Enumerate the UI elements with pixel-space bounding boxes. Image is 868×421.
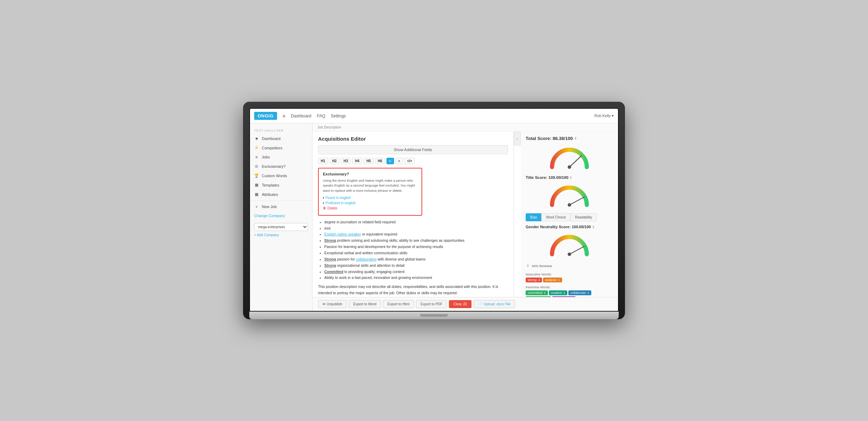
svg-line-2	[569, 197, 584, 205]
unpublish-button[interactable]: ✉ Unpublish	[318, 300, 347, 308]
suggestion-link-1[interactable]: Fluent in english	[326, 196, 351, 200]
strong-highlight-3[interactable]: Strong	[324, 263, 336, 267]
collaborating-highlight[interactable]: collaborating	[356, 257, 377, 261]
gender-indicator: ♀ 60% feminine	[526, 263, 613, 269]
toolbar-ul[interactable]: ≡	[386, 158, 394, 164]
title-score-title: Title Score: 100.00/100 ℹ	[526, 175, 613, 180]
laptop-notch	[420, 314, 448, 317]
total-score-info-icon[interactable]: ℹ	[575, 137, 576, 140]
show-additional-btn[interactable]: Show Additional Fields	[318, 145, 508, 154]
footer-para-1: This position description may not descri…	[318, 284, 508, 296]
word-tag-committed[interactable]: committed: 2	[526, 290, 548, 295]
delete-link[interactable]: Delete	[327, 206, 337, 210]
strong-highlight-2[interactable]: Strong	[324, 257, 336, 261]
sidebar-item-change-company[interactable]: Change Company	[250, 211, 312, 220]
upload-docx-button[interactable]: 📄 Upload .docx File	[474, 300, 515, 308]
editor-toolbar: H1 H2 H3 H4 H5 H6 ≡ ≡ </>	[318, 158, 508, 164]
word-tag-collaborate[interactable]: collaborate: 1	[568, 290, 591, 295]
strong-highlight-1[interactable]: Strong	[324, 238, 336, 242]
gender-percent: 60% feminine	[532, 264, 552, 268]
toolbar-h3[interactable]: H3	[341, 158, 351, 164]
laptop-screen: ONGIG ≡ Dashboard FAQ Settings Rob Kelly…	[249, 108, 619, 312]
export-word-button[interactable]: Export to Word	[349, 300, 381, 308]
sidebar-item-label: Dashboard	[262, 137, 281, 141]
toolbar-h1[interactable]: H1	[318, 158, 328, 164]
score-panel: Total Score: 86.38/100 ℹ	[521, 132, 618, 297]
english-native-highlight[interactable]: English native speaker	[324, 232, 361, 236]
company-select[interactable]: mega-enterprises	[254, 223, 308, 231]
export-html-button[interactable]: Export to Html	[383, 300, 414, 308]
export-pdf-label: Export to PDF	[420, 302, 442, 306]
jobs-icon: ≡	[254, 155, 259, 159]
nav-user[interactable]: Rob Kelly ▾	[594, 114, 614, 118]
word-tag-strong[interactable]: strong: 4	[526, 278, 542, 282]
sidebar-item-label: Attributes	[262, 192, 278, 197]
tab-word-choice[interactable]: Word Choice	[541, 213, 570, 221]
list-item: English native speaker or equivalent req…	[324, 231, 508, 238]
bottom-bar: ✉ Unpublish Export to Word Export to Htm…	[312, 297, 618, 311]
toolbar-code[interactable]: </>	[404, 158, 415, 164]
committed-highlight[interactable]: Committed	[324, 270, 343, 274]
new-job-icon: +	[254, 205, 259, 209]
sidebar-item-jobs[interactable]: ≡ Jobs	[250, 152, 312, 162]
tab-bias[interactable]: Bias	[526, 213, 541, 221]
nav-dashboard[interactable]: Dashboard	[291, 114, 311, 118]
sidebar-item-label: New Job	[262, 205, 277, 209]
suggestion-link-2[interactable]: Proficient in english	[326, 201, 356, 205]
nav-faq[interactable]: FAQ	[317, 114, 325, 118]
toolbar-h2[interactable]: H2	[329, 158, 340, 164]
word-tag-analysis[interactable]: analysis: 1	[543, 278, 562, 282]
list-item: Committed to providing quality, engaging…	[324, 269, 508, 275]
templates-icon: ▦	[254, 183, 259, 187]
list-item: Strong problem solving and solutioning s…	[324, 238, 508, 244]
exclusionary-popup: Exclusionary? Using the terms English an…	[318, 168, 422, 216]
exclusionary-delete: 🗑 Delete	[323, 206, 417, 210]
title-score-info-icon[interactable]: ℹ	[570, 176, 571, 180]
title-score-label: Title Score: 100.00/100	[526, 175, 568, 180]
sidebar-divider	[250, 200, 312, 201]
add-company-link[interactable]: + Add Company	[254, 233, 308, 237]
sidebar-item-templates[interactable]: ▦ Templates	[250, 180, 312, 190]
gender-score-info-icon[interactable]: ℹ	[593, 225, 594, 229]
top-nav: ONGIG ≡ Dashboard FAQ Settings Rob Kelly…	[250, 109, 618, 123]
exclusionary-suggestion-2: • Proficient in english	[323, 201, 417, 205]
list-item: Passion for learning and development for…	[324, 244, 508, 250]
collapse-handle[interactable]: ‹	[514, 132, 521, 146]
svg-point-1	[568, 165, 571, 169]
word-tag-creative[interactable]: creative: 1	[549, 290, 568, 295]
sidebar: TEXT ANALYZER ◈ Dashboard ⚡ Competitors …	[250, 123, 312, 311]
toolbar-h4[interactable]: H4	[352, 158, 362, 164]
laptop-base	[249, 312, 619, 319]
export-word-label: Export to Word	[353, 302, 376, 306]
export-pdf-button[interactable]: Export to PDF	[416, 300, 447, 308]
tab-readability[interactable]: Readability	[570, 213, 596, 221]
sidebar-item-new-job[interactable]: + New Job	[250, 202, 312, 211]
masculine-word-tags: strong: 4 analysis: 1	[526, 278, 613, 282]
masculine-words-label: Masculine Words:	[526, 272, 613, 276]
toolbar-ol[interactable]: ≡	[395, 158, 403, 164]
total-score-title: Total Score: 86.38/100 ℹ	[526, 136, 613, 141]
breadcrumb: Job Description	[312, 123, 618, 132]
hamburger-icon[interactable]: ≡	[283, 113, 285, 119]
sidebar-item-custom-words[interactable]: 🏆 Custom Words	[250, 171, 312, 180]
feminine-words-label: Feminine Words:	[526, 285, 613, 289]
nav-settings[interactable]: Settings	[331, 114, 346, 118]
job-editor: Acquisitions Editor Show Additional Fiel…	[312, 132, 514, 297]
list-item: Ability to work in a fast-paced, innovat…	[324, 275, 508, 281]
competitors-icon: ⚡	[254, 146, 259, 150]
list-item: degree in journalism or related field re…	[324, 219, 508, 225]
content-area: degree in journalism or related field re…	[318, 219, 508, 297]
unpublish-icon: ✉	[323, 302, 325, 306]
sidebar-item-attributes[interactable]: ▦ Attributes	[250, 190, 312, 199]
sidebar-item-dashboard[interactable]: ◈ Dashboard	[250, 134, 312, 143]
editor-panel: Acquisitions Editor Show Additional Fiel…	[312, 132, 618, 297]
dashboard-icon: ◈	[254, 136, 259, 141]
toolbar-h5[interactable]: H5	[364, 158, 374, 164]
toolbar-h6[interactable]: H6	[375, 158, 385, 164]
sidebar-item-label: Templates	[262, 183, 279, 187]
clear-jd-button[interactable]: Clear JD	[449, 300, 471, 308]
sidebar-item-competitors[interactable]: ⚡ Competitors	[250, 143, 312, 152]
sidebar-item-exclusionary[interactable]: ◎ Exclusionary?	[250, 162, 312, 171]
feminine-word-tags: committed: 2 creative: 1 collaborate: 1 …	[526, 290, 613, 297]
svg-point-3	[568, 203, 571, 207]
